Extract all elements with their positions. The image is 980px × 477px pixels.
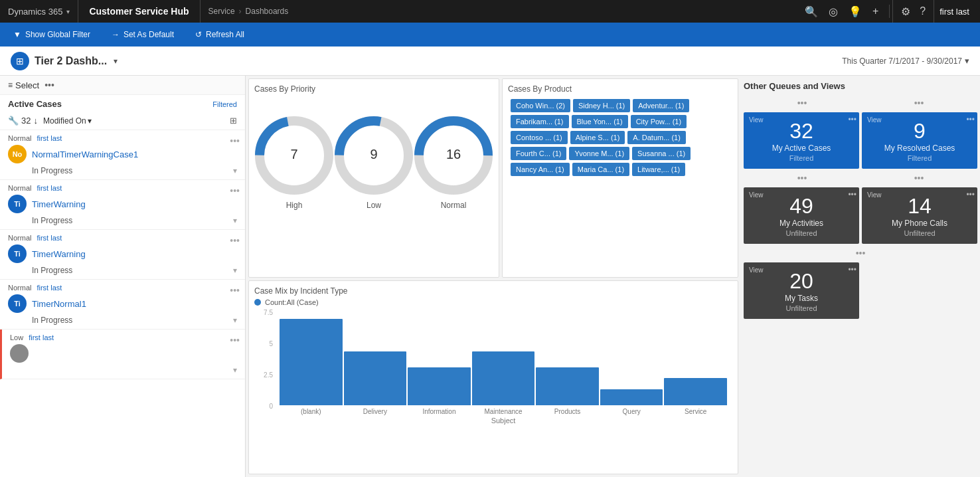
product-bubble[interactable]: Sidney H... (1) bbox=[573, 99, 630, 112]
help-button[interactable]: ? bbox=[917, 4, 928, 19]
case-more-button[interactable]: ••• bbox=[230, 235, 240, 246]
product-bubble[interactable]: Litware,... (1) bbox=[632, 163, 685, 176]
dashboard-dropdown-button[interactable]: ▾ bbox=[112, 55, 119, 67]
case-expand-button[interactable]: ▾ bbox=[233, 166, 237, 175]
queue-card-my-tasks[interactable]: View ••• 20 My Tasks Unfiltered bbox=[744, 262, 859, 319]
dots-left[interactable]: ••• bbox=[797, 98, 807, 108]
product-bubble[interactable]: Alpine S... (1) bbox=[570, 131, 625, 144]
y-label: 7.5 bbox=[254, 309, 273, 316]
product-bubble[interactable]: Fourth C... (1) bbox=[511, 147, 566, 160]
main-content: ≡ Select ••• Active Cases Filtered 🔧 32 … bbox=[0, 76, 980, 477]
bar[interactable] bbox=[408, 367, 471, 405]
breadcrumb-dashboards[interactable]: Dashboards bbox=[246, 7, 289, 16]
dots-left-2[interactable]: ••• bbox=[797, 173, 807, 183]
case-item[interactable]: Normal first last ••• Ti TimerWarning In… bbox=[0, 180, 245, 230]
case-expand-button[interactable]: ▾ bbox=[233, 266, 237, 275]
user-name[interactable]: first last bbox=[934, 0, 975, 23]
case-more-button[interactable]: ••• bbox=[230, 285, 240, 296]
card-filter: Filtered bbox=[752, 154, 851, 162]
card-more-button[interactable]: ••• bbox=[848, 115, 857, 124]
product-bubble[interactable]: Blue Yon... (1) bbox=[572, 115, 628, 128]
case-more-button[interactable]: ••• bbox=[230, 335, 240, 345]
nav-button[interactable]: ◎ bbox=[826, 4, 841, 19]
product-bubble[interactable]: Adventur... (1) bbox=[633, 99, 689, 112]
add-button[interactable]: + bbox=[870, 4, 881, 19]
refresh-all-button[interactable]: ↺ Refresh All bbox=[190, 27, 250, 42]
cases-meta: 🔧 32 ↓ Modified On ▾ ⊞ bbox=[0, 113, 245, 130]
queue-dots-row-1: ••• ••• bbox=[744, 96, 977, 110]
card-more-button[interactable]: ••• bbox=[848, 190, 857, 199]
show-global-filter-button[interactable]: ▼ Show Global Filter bbox=[8, 27, 96, 42]
product-bubble[interactable]: A. Datum... (1) bbox=[627, 131, 686, 144]
card-number: 49 bbox=[752, 194, 851, 219]
product-bubble[interactable]: Maria Ca... (1) bbox=[572, 163, 629, 176]
search-button[interactable]: 🔍 bbox=[802, 4, 821, 19]
bar[interactable] bbox=[344, 351, 407, 405]
queue-card-my-activities[interactable]: View ••• 49 My Activities Unfiltered bbox=[744, 187, 859, 244]
case-more-button[interactable]: ••• bbox=[230, 136, 240, 146]
default-icon: → bbox=[112, 30, 120, 39]
bar[interactable] bbox=[600, 389, 663, 405]
product-row: Fourth C... (1)Yvonne M... (1)Susanna ..… bbox=[511, 147, 730, 160]
bar-group: Delivery bbox=[344, 351, 407, 415]
product-bubble[interactable]: Susanna ... (1) bbox=[632, 147, 691, 160]
case-avatar: Ti bbox=[8, 195, 27, 213]
product-bubble[interactable]: Nancy An... (1) bbox=[511, 163, 570, 176]
bar[interactable] bbox=[472, 351, 535, 405]
queue-card-my-active-cases[interactable]: View ••• 32 My Active Cases Filtered bbox=[744, 112, 859, 169]
product-bubble[interactable]: Contoso ... (1) bbox=[511, 131, 568, 144]
dots-right[interactable]: ••• bbox=[914, 98, 924, 108]
sort-button[interactable]: Modified On ▾ bbox=[43, 116, 92, 126]
dots-left-3[interactable]: ••• bbox=[856, 248, 866, 258]
case-item[interactable]: Normal first last ••• Ti TimerWarning In… bbox=[0, 230, 245, 280]
case-expand-button[interactable]: ▾ bbox=[233, 216, 237, 225]
grid-view-button[interactable]: ⊞ bbox=[230, 116, 237, 126]
case-expand-button[interactable]: ▾ bbox=[233, 365, 237, 375]
queue-card-my-phone-calls[interactable]: View ••• 14 My Phone Calls Unfiltered bbox=[862, 187, 977, 244]
case-item[interactable]: Normal first last ••• Ti TimerNormal1 In… bbox=[0, 280, 245, 330]
product-bubble[interactable]: City Pow... (1) bbox=[631, 115, 687, 128]
bar[interactable] bbox=[536, 367, 599, 405]
app-name: Customer Service Hub bbox=[78, 0, 200, 23]
case-expand-button[interactable]: ▾ bbox=[233, 316, 237, 325]
queue-row-1: View ••• 32 My Active Cases Filtered Vie… bbox=[744, 112, 977, 169]
card-more-button[interactable]: ••• bbox=[848, 265, 857, 274]
card-more-button[interactable]: ••• bbox=[966, 190, 975, 199]
select-icon: ≡ bbox=[8, 80, 13, 90]
case-name[interactable]: TimerWarning bbox=[32, 199, 86, 209]
case-name[interactable]: TimerWarning bbox=[32, 249, 86, 259]
case-item[interactable]: Low first last ••• ▾ bbox=[0, 330, 245, 379]
case-more-button[interactable]: ••• bbox=[230, 185, 240, 196]
case-meta: Normal first last ••• bbox=[8, 234, 237, 242]
case-name[interactable]: NormalTimerWarningCase1 bbox=[32, 149, 138, 159]
bar-group: Products bbox=[536, 367, 599, 415]
panel-more-button[interactable]: ••• bbox=[44, 80, 54, 90]
dots-right-2[interactable]: ••• bbox=[914, 173, 924, 183]
queue-dots-row-2: ••• ••• bbox=[744, 171, 977, 185]
date-caret-button[interactable]: ▾ bbox=[965, 56, 969, 66]
product-bubble[interactable]: Fabrikam... (1) bbox=[511, 115, 569, 128]
bar[interactable] bbox=[280, 319, 343, 405]
lightbulb-button[interactable]: 💡 bbox=[846, 4, 864, 19]
dashboard-title: Tier 2 Dashb... bbox=[35, 55, 107, 67]
product-bubble[interactable]: Yvonne M... (1) bbox=[569, 147, 629, 160]
filter-icon: ▼ bbox=[13, 30, 21, 39]
breadcrumb-separator: › bbox=[239, 7, 242, 16]
case-priority: Low bbox=[10, 334, 23, 341]
filtered-badge: Filtered bbox=[212, 100, 237, 108]
set-as-default-button[interactable]: → Set As Default bbox=[106, 27, 179, 42]
card-more-button[interactable]: ••• bbox=[966, 115, 975, 124]
queue-card-my-resolved-cases[interactable]: View ••• 9 My Resolved Cases Filtered bbox=[862, 112, 977, 169]
product-bubble[interactable]: Coho Win... (2) bbox=[511, 99, 570, 112]
dashboard-header: ⊞ Tier 2 Dashb... ▾ This Quarter 7/1/201… bbox=[0, 47, 980, 76]
settings-button[interactable]: ⚙ bbox=[898, 4, 913, 19]
date-range: This Quarter 7/1/2017 - 9/30/2017 ▾ bbox=[842, 56, 969, 66]
select-button[interactable]: ≡ Select bbox=[8, 80, 39, 90]
active-cases-header: Active Cases Filtered bbox=[0, 95, 245, 113]
case-name[interactable]: TimerNormal1 bbox=[32, 299, 86, 309]
brand-area[interactable]: Dynamics 365 ▾ bbox=[5, 0, 78, 23]
breadcrumb-service[interactable]: Service bbox=[208, 7, 235, 16]
card-view-label: View bbox=[749, 116, 764, 124]
bar[interactable] bbox=[664, 378, 727, 405]
case-item[interactable]: Normal first last ••• No NormalTimerWarn… bbox=[0, 130, 245, 180]
